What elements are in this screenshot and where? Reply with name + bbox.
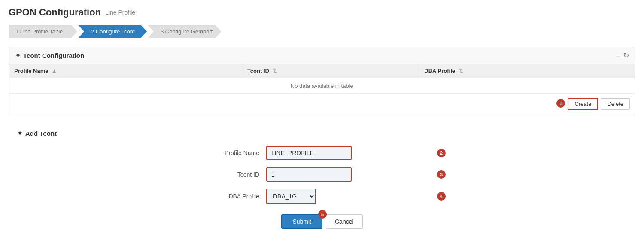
- panel-controls: – ↻: [616, 51, 629, 60]
- page-title: GPON Configuration: [9, 7, 101, 18]
- refresh-button[interactable]: ↻: [623, 51, 629, 60]
- dba-profile-label: DBA Profile: [210, 193, 266, 200]
- tcont-id-wrap: 3: [266, 167, 434, 182]
- panel-title: ✦ Tcont Configuration: [15, 51, 84, 60]
- table-actions: 1 Create Delete: [9, 94, 635, 114]
- page-header: GPON Configuration Line Profile: [9, 7, 635, 18]
- minimize-button[interactable]: –: [616, 51, 620, 60]
- delete-button[interactable]: Delete: [601, 98, 630, 110]
- add-tcont-icon: ✦: [17, 129, 23, 137]
- col-profile-name[interactable]: Profile Name ▲: [9, 64, 242, 78]
- profile-name-label: Profile Name: [210, 150, 266, 156]
- step-3[interactable]: 3.Configure Gemport: [148, 25, 221, 38]
- steps-bar: 1.Line Profile Table 2.Configure Tcont 3…: [9, 25, 635, 38]
- profile-name-row: Profile Name 2: [210, 146, 434, 160]
- tcont-table: Profile Name ▲ Tcont ID ⇅ DBA Profile ⇅ …: [9, 64, 635, 94]
- dba-profile-badge: 4: [437, 192, 446, 201]
- form-container: Foro ISP Profile Name 2 Tcont ID 3: [17, 146, 627, 229]
- page-subtitle: Line Profile: [105, 9, 135, 16]
- add-tcont-title: ✦ Add Tcont: [17, 129, 627, 137]
- panel-header: ✦ Tcont Configuration – ↻: [9, 47, 635, 64]
- submit-badge: 5: [318, 210, 327, 219]
- profile-name-input[interactable]: [266, 146, 352, 160]
- profile-name-wrap: 2: [266, 146, 434, 160]
- tcont-id-label: Tcont ID: [210, 171, 266, 178]
- step-1[interactable]: 1.Line Profile Table: [9, 25, 77, 38]
- create-button[interactable]: Create: [568, 98, 598, 110]
- tcont-id-badge: 3: [437, 170, 446, 179]
- tcont-id-input[interactable]: [266, 167, 352, 182]
- sort-icon-dba: ⇅: [459, 68, 463, 74]
- tcont-panel: ✦ Tcont Configuration – ↻ Profile Name ▲…: [9, 47, 635, 114]
- col-dba-profile[interactable]: DBA Profile ⇅: [419, 64, 635, 78]
- cancel-button[interactable]: Cancel: [326, 214, 363, 229]
- profile-name-badge: 2: [437, 149, 446, 157]
- submit-button[interactable]: Submit: [281, 214, 322, 229]
- col-tcont-id[interactable]: Tcont ID ⇅: [242, 64, 419, 78]
- puzzle-icon: ✦: [15, 51, 21, 60]
- dba-profile-select[interactable]: DBA_1G DBA_100M DBA_10G: [266, 189, 316, 204]
- step-2[interactable]: 2.Configure Tcont: [78, 25, 147, 38]
- sort-icon-tcont: ⇅: [273, 68, 277, 74]
- form-actions: Submit 5 Cancel: [281, 214, 362, 229]
- table-empty-row: No data available in table: [9, 78, 635, 94]
- create-button-wrap: Create: [568, 98, 598, 110]
- sort-icon-profile: ▲: [52, 68, 57, 74]
- dba-profile-wrap: DBA_1G DBA_100M DBA_10G 4: [266, 189, 434, 204]
- tcont-id-row: Tcont ID 3: [210, 167, 434, 182]
- table-header-row: Profile Name ▲ Tcont ID ⇅ DBA Profile ⇅: [9, 64, 635, 78]
- dba-profile-row: DBA Profile DBA_1G DBA_100M DBA_10G 4: [210, 189, 434, 204]
- add-tcont-section: ✦ Add Tcont Foro ISP Profile Name 2 Tcon…: [9, 123, 635, 236]
- create-badge: 1: [556, 99, 565, 108]
- submit-button-wrap: Submit 5: [281, 214, 322, 229]
